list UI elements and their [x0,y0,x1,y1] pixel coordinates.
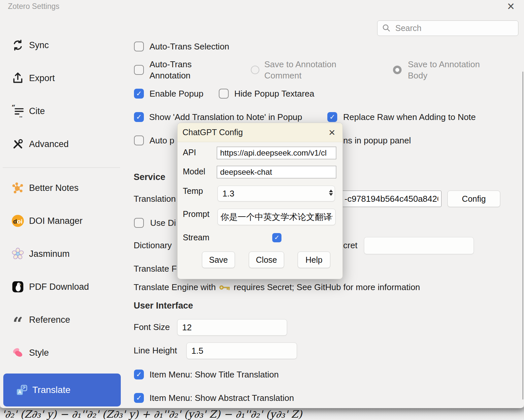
sidebar-label: Style [29,346,49,359]
svg-text:„: „ [19,111,23,117]
flower-icon [11,247,24,260]
save-button[interactable]: Save [202,252,235,268]
engine-note-suffix: requires Secret; See GitHub for more inf… [234,282,420,292]
engine-note-prefix: Translate Engine with [134,282,216,292]
api-label: API [183,147,196,157]
save-to-comment-radio[interactable] [251,66,259,74]
item-menu-abstract-checkbox[interactable] [134,393,144,403]
model-label: Model [183,166,205,176]
sidebar-item-better-notes[interactable]: Better Notes [0,181,123,195]
save-to-body-label-line1: Save to Annotation [408,59,480,69]
user-interface-heading: User Interface [134,301,193,311]
font-size-label: Font Size [134,322,170,332]
sidebar-item-style[interactable]: Style [0,346,123,359]
dictionary-label: Dictionary [134,240,172,250]
sidebar-label: Jasminum [29,247,70,260]
prompt-input[interactable] [217,209,336,225]
enable-popup-checkbox[interactable] [134,89,144,99]
save-to-body-radio[interactable] [393,66,402,74]
show-add-translation-checkbox[interactable] [134,112,144,122]
search-input[interactable] [377,20,518,36]
item-menu-title-checkbox[interactable] [134,370,144,379]
config-button[interactable]: Config [447,191,500,207]
chatgpt-config-dialog: ChatGPT Config × API Model Temp Prompt S… [177,123,343,279]
replace-raw-checkbox[interactable] [327,112,337,122]
sidebar-label: Reference [29,313,70,326]
line-height-label: Line Height [134,345,177,355]
auto-trans-selection-checkbox[interactable] [134,42,144,51]
sidebar-label: DOI Manager [29,214,82,227]
sidebar-item-export[interactable]: Export [0,72,123,85]
export-icon [11,72,24,85]
save-to-comment-label-line2: Comment [264,71,302,80]
model-input[interactable] [217,166,336,178]
line-height-input[interactable] [186,343,297,359]
hide-popup-textarea-label: Hide Popup Textarea [234,89,314,99]
penguin-icon [11,280,24,293]
sidebar-item-translate-selected[interactable]: A Translate [3,374,121,406]
search-icon [382,23,391,33]
tools-icon [11,137,24,151]
auto-popup-checkbox[interactable] [134,135,144,145]
engine-note: Translate Engine with requires Secret; S… [134,282,420,292]
screen: '∂₂' (Z∂₃' y) − ∂₁''∂₂' (Z∂₃' y) + ∂₁''∂… [0,0,524,420]
item-menu-abstract-label: Item Menu: Show Abstract Translation [149,393,294,403]
hide-popup-textarea-checkbox[interactable] [219,89,229,99]
temp-input[interactable] [217,186,335,201]
sidebar-item-cite[interactable]: “ „ Cite [0,105,123,118]
api-input[interactable] [217,147,336,159]
replace-raw-label: Replace Raw when Adding to Note [343,112,476,122]
enable-popup-label: Enable Popup [149,89,203,99]
sidebar-item-advanced[interactable]: Advanced [0,137,123,151]
sidebar-label: Sync [29,39,49,52]
sidebar-label: PDF Download [29,280,89,293]
translation-label: Translation [134,194,176,204]
item-menu-title-label: Item Menu: Show Title Translation [149,370,279,379]
service-heading: Service [134,172,165,182]
engine-secret-input[interactable] [341,191,442,207]
sidebar-label: Translate [32,383,71,397]
auto-trans-annotation-checkbox[interactable] [134,65,144,75]
search-box [377,20,518,36]
cite-icon: “ „ [11,105,24,118]
sidebar-item-doi-manager[interactable]: doi DOI Manager [0,214,123,227]
stepper-arrows-icon[interactable] [329,190,333,196]
window-close-icon[interactable]: × [504,0,517,13]
dialog-title: ChatGPT Config [182,128,243,137]
auto-trans-selection-label: Auto-Trans Selection [149,42,229,51]
svg-text:doi: doi [13,218,23,225]
translate-icon: A [15,383,28,397]
sidebar-label: Advanced [29,137,69,151]
sidebar-item-reference[interactable]: “ Reference [0,313,123,326]
save-to-comment-label-line1: Save to Annotation [264,59,336,69]
sidebar-item-jasminum[interactable]: Jasminum [0,247,123,260]
auto-popup-label-fragment-left: Auto p [149,135,174,145]
font-size-input[interactable] [177,319,287,336]
stream-checkbox[interactable] [272,233,281,242]
secret-input[interactable] [364,237,474,254]
auto-trans-annotation-label-line1: Auto-Trans [149,59,192,69]
help-button[interactable]: Help [298,252,330,268]
background-document: '∂₂' (Z∂₃' y) − ∂₁''∂₂' (Z∂₃' y) + ∂₁''∂… [0,407,524,420]
sidebar-label: Export [29,72,55,85]
secret-label-fragment: cret [343,240,357,250]
scrollbar[interactable] [522,72,523,400]
sync-icon [11,39,24,52]
better-notes-icon [11,181,24,195]
dialog-close-icon[interactable]: × [325,126,339,139]
key-icon [219,284,230,291]
save-to-body-label-line2: Body [408,71,427,80]
translate-from-label-fragment: Translate F [134,264,177,274]
sidebar-divider [3,167,120,168]
window-title: Zotero Settings [8,2,59,11]
close-button[interactable]: Close [249,252,284,268]
sidebar-item-sync[interactable]: Sync [0,39,123,52]
use-dictionary-checkbox[interactable] [134,218,144,228]
auto-trans-annotation-label-line2: Annotation [149,71,190,80]
temp-label: Temp [183,186,203,196]
sidebar-label: Cite [29,105,45,118]
petals-icon [11,346,24,359]
sidebar-item-pdf-download[interactable]: PDF Download [0,280,123,293]
use-dictionary-label-fragment: Use Di [150,218,176,228]
prompt-label: Prompt [183,209,210,219]
